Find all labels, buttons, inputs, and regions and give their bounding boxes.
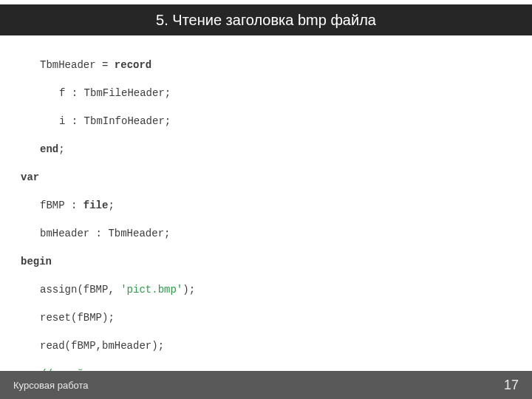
code-line: i : TbmInfoHeader; [21, 115, 517, 129]
code-line: reset(fBMP); [21, 311, 517, 325]
code-line: bmHeader : TbmHeader; [21, 227, 517, 241]
slide-title: 5. Чтение заголовка bmp файла [156, 12, 376, 29]
footer-bar: Курсовая работа 17 [0, 371, 532, 399]
code-line: end; [21, 143, 517, 157]
code-line: var [21, 171, 517, 185]
code-line: assign(fBMP, 'pict.bmp'); [21, 283, 517, 297]
code-line: fBMP : file; [21, 199, 517, 213]
code-block: TbmHeader = record f : TbmFileHeader; i … [21, 44, 517, 359]
footer-label: Курсовая работа [13, 380, 89, 391]
code-line: begin [21, 255, 517, 269]
code-line: TbmHeader = record [21, 58, 517, 72]
code-line: read(fBMP,bmHeader); [21, 339, 517, 353]
code-line: f : TbmFileHeader; [21, 86, 517, 100]
slide: { "title": "5. Чтение заголовка bmp файл… [0, 0, 532, 399]
slide-title-bar: 5. Чтение заголовка bmp файла [0, 4, 532, 35]
page-number: 17 [504, 378, 519, 393]
